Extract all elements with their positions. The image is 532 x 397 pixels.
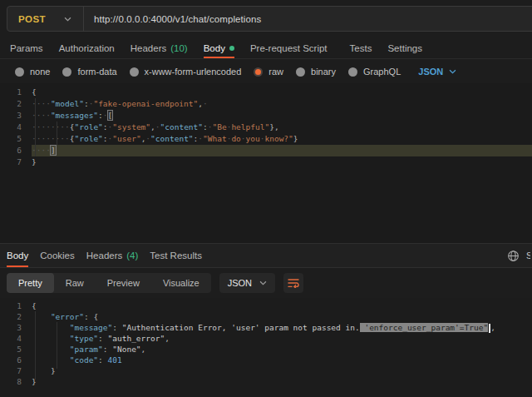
- chevron-down-icon: [449, 69, 456, 74]
- code-line-7[interactable]: 7}: [0, 156, 532, 168]
- request-url-bar: POST http://0.0.0.0:4000/v1/chat/complet…: [7, 6, 532, 32]
- tab-headers[interactable]: Headers(10): [131, 37, 188, 58]
- body-type-none[interactable]: none: [15, 67, 50, 77]
- tab-settings[interactable]: Settings: [387, 37, 422, 58]
- chevron-down-icon: [259, 280, 267, 285]
- response-view-bar: PrettyRawPreviewVisualize JSON: [0, 268, 532, 298]
- url-input[interactable]: http://0.0.0.0:4000/v1/chat/completions: [84, 14, 261, 24]
- radio-icon: [130, 67, 139, 77]
- radio-label: x-www-form-urlencoded: [145, 67, 242, 77]
- code-line-5[interactable]: 5 "param": "None",: [0, 344, 532, 355]
- line-number: 4: [0, 122, 22, 133]
- code-content: "code": 401: [32, 355, 532, 365]
- code-line-3[interactable]: 3 "message": "Authentication Error, 'use…: [0, 322, 532, 333]
- indent-guide: [35, 311, 36, 380]
- code-line-6[interactable]: 6 "code": 401: [0, 355, 532, 365]
- line-number: 3: [0, 110, 22, 122]
- request-body-editor[interactable]: 1{2····"model":·"fake-openai-endpoint",·…: [0, 83, 532, 243]
- tab-label: Settings: [387, 43, 422, 53]
- body-type-raw[interactable]: raw: [254, 67, 283, 77]
- request-format-selector[interactable]: JSON: [418, 67, 456, 77]
- line-number: 7: [0, 156, 22, 168]
- line-number: 6: [0, 145, 22, 156]
- line-number: 4: [0, 333, 22, 344]
- code-content: "message": "Authentication Error, 'user'…: [32, 322, 532, 333]
- code-line-6[interactable]: 6····]: [0, 145, 532, 156]
- wrap-text-icon: [288, 278, 299, 288]
- code-line-1[interactable]: 1{: [0, 87, 532, 98]
- postman-app: POST http://0.0.0.0:4000/v1/chat/complet…: [0, 0, 532, 397]
- tab-label: Headers: [86, 251, 122, 261]
- tab-tests[interactable]: Tests: [350, 37, 372, 58]
- tab-label: Body: [204, 43, 225, 53]
- response-tab-cookies[interactable]: Cookies: [40, 244, 75, 267]
- body-type-form-data[interactable]: form-data: [62, 67, 116, 77]
- code-line-4[interactable]: 4········{"role":·"system",·"content":·"…: [0, 122, 532, 133]
- code-line-5[interactable]: 5········{"role":·"user",·"content":·"Wh…: [0, 133, 532, 145]
- radio-label: none: [30, 67, 50, 77]
- code-line-2[interactable]: 2····"model":·"fake-openai-endpoint",·: [0, 98, 532, 110]
- code-content: }: [32, 365, 532, 376]
- response-tabs: BodyCookiesHeaders(4)Test Results: [7, 244, 202, 267]
- response-header-right: S: [507, 244, 530, 267]
- tab-authorization[interactable]: Authorization: [59, 37, 115, 58]
- status-text-clipped: S: [526, 251, 530, 261]
- code-line-7[interactable]: 7 }: [0, 365, 532, 376]
- view-button-raw[interactable]: Raw: [54, 273, 96, 293]
- tab-count-badge: (4): [126, 251, 138, 261]
- line-number: 8: [0, 376, 22, 387]
- radio-icon: [62, 67, 71, 77]
- code-line-2[interactable]: 2 "error": {: [0, 311, 532, 322]
- code-content: ····"messages":·[: [32, 110, 532, 122]
- radio-icon: [296, 67, 305, 77]
- tab-label: Pre-request Script: [250, 43, 328, 53]
- response-tab-body[interactable]: Body: [7, 244, 28, 267]
- code-line-3[interactable]: 3····"messages":·[: [0, 110, 532, 122]
- view-button-pretty[interactable]: Pretty: [7, 273, 54, 293]
- method-selector[interactable]: POST: [7, 7, 83, 31]
- globe-icon[interactable]: [507, 250, 520, 262]
- tab-pre-request-script[interactable]: Pre-request Script: [250, 37, 328, 58]
- view-button-visualize[interactable]: Visualize: [151, 273, 211, 293]
- line-number: 1: [0, 87, 22, 98]
- line-number: 2: [0, 311, 22, 322]
- response-format-selector[interactable]: JSON: [219, 273, 275, 293]
- view-button-preview[interactable]: Preview: [96, 273, 151, 293]
- tab-label: Tests: [350, 43, 372, 53]
- code-content: ········{"role":·"system",·"content":·"B…: [32, 122, 532, 133]
- tab-body[interactable]: Body: [204, 37, 234, 58]
- code-content: ····"model":·"fake-openai-endpoint",·: [32, 98, 532, 110]
- request-format-label: JSON: [418, 67, 443, 77]
- line-number: 7: [0, 365, 22, 376]
- radio-label: form-data: [77, 67, 116, 77]
- line-number: 2: [0, 98, 22, 110]
- response-body-editor[interactable]: 1{2 "error": {3 "message": "Authenticati…: [0, 298, 532, 397]
- tab-params[interactable]: Params: [10, 37, 43, 58]
- body-type-x-www-form-urlencoded[interactable]: x-www-form-urlencoded: [130, 67, 242, 77]
- code-content: {: [32, 87, 532, 98]
- code-line-1[interactable]: 1{: [0, 300, 532, 311]
- radio-label: GraphQL: [363, 67, 401, 77]
- code-content: ····]: [32, 145, 532, 156]
- body-type-options: noneform-datax-www-form-urlencodedrawbin…: [0, 60, 532, 83]
- radio-icon: [254, 67, 263, 77]
- tab-label: Cookies: [40, 251, 75, 261]
- indent-guide: [57, 322, 57, 369]
- line-number: 5: [0, 133, 22, 145]
- request-tabs: ParamsAuthorizationHeaders(10)BodyPre-re…: [0, 37, 532, 59]
- response-tab-test-results[interactable]: Test Results: [150, 244, 202, 267]
- code-content: "type": "auth_error",: [32, 333, 532, 344]
- code-line-4[interactable]: 4 "type": "auth_error",: [0, 333, 532, 344]
- body-type-binary[interactable]: binary: [296, 67, 336, 77]
- indent-guide: [57, 122, 57, 145]
- code-content: }: [32, 376, 532, 387]
- response-section-header: BodyCookiesHeaders(4)Test Results S: [0, 243, 532, 268]
- radio-label: binary: [311, 67, 336, 77]
- body-type-graphql[interactable]: GraphQL: [348, 67, 401, 77]
- line-number: 6: [0, 355, 22, 365]
- tab-label: Test Results: [150, 251, 202, 261]
- indent-guide: [35, 98, 36, 156]
- code-line-8[interactable]: 8}: [0, 376, 532, 387]
- wrap-text-button[interactable]: [283, 273, 303, 293]
- response-tab-headers[interactable]: Headers(4): [86, 244, 139, 267]
